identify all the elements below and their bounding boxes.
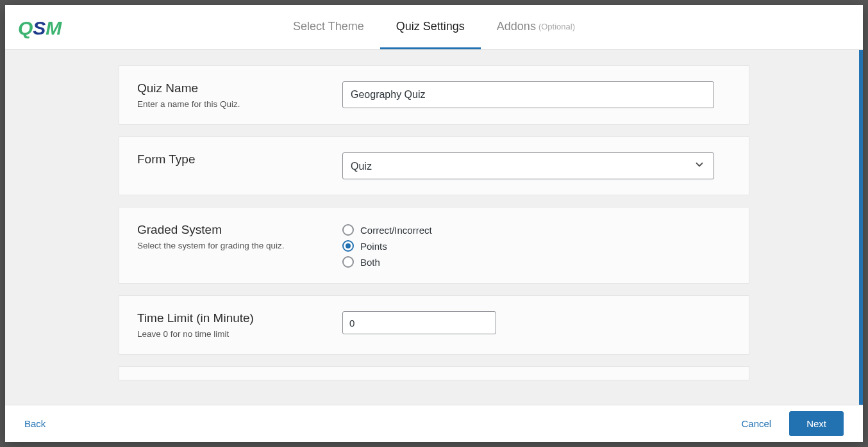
- radio-points[interactable]: Points: [342, 240, 731, 252]
- cancel-button[interactable]: Cancel: [741, 418, 771, 429]
- graded-system-radio-group: Correct/Incorrect Points Both: [342, 223, 731, 268]
- setting-title: Time Limit (in Minute): [137, 311, 323, 325]
- radio-label: Points: [360, 241, 387, 252]
- setting-control-area: Correct/Incorrect Points Both: [342, 223, 731, 268]
- tab-quiz-settings[interactable]: Quiz Settings: [380, 5, 481, 49]
- setting-desc: Select the system for grading the quiz.: [137, 241, 323, 250]
- setting-label-area: Time Limit (in Minute) Leave 0 for no ti…: [137, 311, 323, 339]
- form-type-select-wrapper: Quiz: [342, 152, 714, 179]
- setting-title: Form Type: [137, 152, 323, 167]
- setting-desc: Leave 0 for no time limit: [137, 329, 323, 339]
- next-button[interactable]: Next: [789, 411, 844, 436]
- settings-container: Quiz Name Enter a name for this Quiz. Fo…: [106, 65, 762, 380]
- radio-icon: [342, 224, 354, 236]
- modal-body[interactable]: Quiz Name Enter a name for this Quiz. Fo…: [5, 50, 863, 405]
- setting-control-area: [342, 81, 731, 109]
- setting-card-partial: [119, 366, 749, 380]
- tab-label: Addons: [497, 20, 536, 33]
- back-button[interactable]: Back: [24, 418, 46, 429]
- setting-form-type: Form Type Quiz: [119, 136, 749, 195]
- form-type-select[interactable]: Quiz: [342, 152, 714, 179]
- setting-label-area: Form Type: [137, 152, 323, 179]
- setting-desc: Enter a name for this Quiz.: [137, 99, 323, 109]
- radio-label: Correct/Incorrect: [360, 225, 432, 236]
- qsm-logo: QSM: [18, 17, 76, 44]
- radio-icon: [342, 256, 354, 268]
- setting-time-limit: Time Limit (in Minute) Leave 0 for no ti…: [119, 295, 749, 355]
- modal-header: QSM Select Theme Quiz Settings Addons (O…: [5, 5, 863, 50]
- setting-control-area: [342, 311, 731, 339]
- setting-title: Graded System: [137, 223, 323, 237]
- radio-label: Both: [360, 257, 380, 268]
- radio-correct-incorrect[interactable]: Correct/Incorrect: [342, 224, 731, 236]
- svg-text:QSM: QSM: [18, 17, 62, 38]
- modal-footer: Back Cancel Next: [5, 405, 863, 442]
- radio-both[interactable]: Both: [342, 256, 731, 268]
- scrollbar-indicator[interactable]: [859, 50, 863, 405]
- wizard-tabs: Select Theme Quiz Settings Addons (Optio…: [277, 5, 591, 49]
- quiz-name-input[interactable]: [342, 81, 714, 108]
- tab-label: Quiz Settings: [396, 20, 465, 33]
- radio-icon: [342, 240, 354, 252]
- modal-wrapper: QSM Select Theme Quiz Settings Addons (O…: [5, 5, 863, 442]
- tab-select-theme[interactable]: Select Theme: [277, 5, 380, 49]
- setting-title: Quiz Name: [137, 81, 323, 95]
- tab-label: Select Theme: [293, 20, 364, 33]
- setting-control-area: Quiz: [342, 152, 731, 179]
- setting-label-area: Graded System Select the system for grad…: [137, 223, 323, 268]
- tab-addons[interactable]: Addons (Optional): [481, 5, 591, 49]
- time-limit-input[interactable]: [342, 311, 496, 334]
- setting-graded-system: Graded System Select the system for grad…: [119, 207, 749, 284]
- setting-quiz-name: Quiz Name Enter a name for this Quiz.: [119, 65, 749, 125]
- tab-optional-label: (Optional): [538, 22, 575, 31]
- setting-label-area: Quiz Name Enter a name for this Quiz.: [137, 81, 323, 109]
- footer-right: Cancel Next: [741, 411, 844, 436]
